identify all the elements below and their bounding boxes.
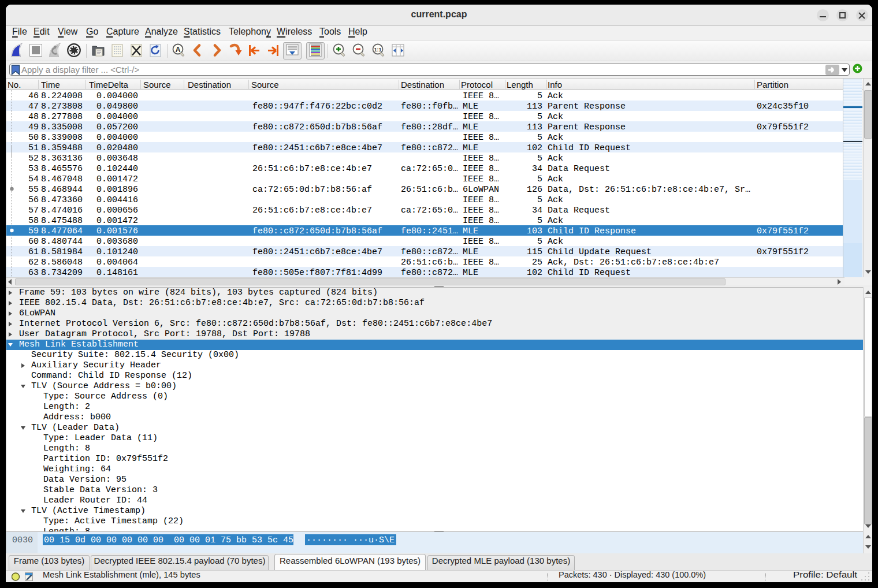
svg-text:A: A — [176, 46, 181, 54]
svg-text:1:1: 1:1 — [374, 47, 381, 53]
